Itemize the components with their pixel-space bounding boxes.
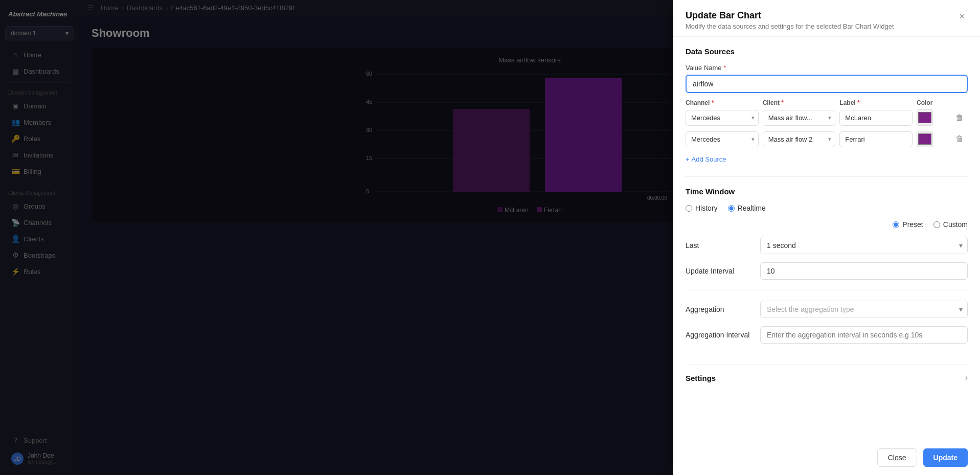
custom-radio-label[interactable]: Custom — [933, 220, 968, 229]
last-select-wrapper: 1 second 5 seconds 10 seconds 30 seconds… — [760, 237, 968, 254]
update-interval-input[interactable] — [760, 262, 968, 280]
settings-chevron-icon: › — [965, 373, 968, 382]
realtime-radio[interactable] — [728, 205, 735, 212]
delete-source-2-button[interactable]: 🗑 — [951, 132, 968, 146]
last-select[interactable]: 1 second 5 seconds 10 seconds 30 seconds… — [760, 237, 968, 254]
aggregation-interval-label: Aggregation Interval — [686, 331, 752, 339]
data-sources-section-title: Data Sources — [686, 47, 968, 56]
realtime-radio-label[interactable]: Realtime — [728, 204, 766, 212]
update-button[interactable]: Update — [923, 448, 968, 467]
aggregation-label: Aggregation — [686, 305, 752, 313]
value-name-input[interactable] — [686, 75, 968, 93]
channel-select-2[interactable]: Mercedes BMW — [686, 131, 759, 147]
modal-header: Update Bar Chart Modify the data sources… — [673, 0, 980, 37]
preset-radio-label[interactable]: Preset — [893, 220, 923, 229]
time-window-title: Time Window — [686, 187, 968, 196]
section-divider-1 — [686, 176, 968, 177]
delete-source-1-button[interactable]: 🗑 — [951, 111, 968, 124]
modal-footer: Close Update — [673, 440, 980, 475]
channel-select-1[interactable]: Mercedes BMW — [686, 110, 759, 126]
modal-subtitle: Modify the data sources and settings for… — [686, 22, 894, 30]
client-select-1[interactable]: Mass air flow... Mass air flow 2 — [763, 110, 836, 126]
time-window-radio-group: History Realtime — [686, 204, 968, 212]
channel-header: Channel * — [686, 99, 759, 106]
label-header: Label * — [839, 99, 913, 106]
aggregation-interval-input[interactable] — [760, 326, 968, 344]
aggregation-interval-row: Aggregation Interval — [686, 326, 968, 344]
sources-table: Channel * Client * Label * Color Mercede… — [686, 99, 968, 147]
color-picker-2[interactable] — [917, 131, 933, 147]
modal-close-button[interactable]: × — [956, 10, 968, 23]
label-input-1[interactable] — [839, 110, 913, 126]
history-radio-label[interactable]: History — [686, 204, 718, 212]
preset-radio[interactable] — [893, 221, 899, 228]
color-picker-1[interactable] — [917, 109, 933, 126]
client-select-2[interactable]: Mass air flow... Mass air flow 2 — [763, 131, 836, 147]
value-name-field-wrapper: Value Name * — [686, 64, 968, 93]
sources-header: Channel * Client * Label * Color — [686, 99, 968, 109]
modal-title: Update Bar Chart — [686, 10, 894, 21]
channel-select-2-wrapper: Mercedes BMW — [686, 131, 759, 147]
client-select-2-wrapper: Mass air flow... Mass air flow 2 — [763, 131, 836, 147]
add-source-button[interactable]: + Add Source — [686, 152, 726, 166]
source-row-1: Mercedes BMW Mass air flow... Mass air f… — [686, 109, 968, 126]
aggregation-section: Aggregation Select the aggregation type … — [686, 301, 968, 344]
last-label: Last — [686, 241, 752, 250]
settings-title: Settings — [686, 374, 716, 382]
modal-update-bar-chart: Update Bar Chart Modify the data sources… — [673, 0, 980, 475]
client-header: Client * — [763, 99, 836, 106]
preset-custom-group: Preset Custom — [686, 220, 968, 229]
value-name-label: Value Name * — [686, 64, 968, 72]
source-row-2: Mercedes BMW Mass air flow... Mass air f… — [686, 131, 968, 147]
time-window-section: Time Window History Realtime Preset — [686, 187, 968, 280]
color-header: Color — [917, 99, 947, 106]
section-divider-3 — [686, 354, 968, 354]
last-row: Last 1 second 5 seconds 10 seconds 30 se… — [686, 237, 968, 254]
settings-row[interactable]: Settings › — [686, 365, 968, 391]
update-interval-row: Update Interval — [686, 262, 968, 280]
modal-body: Data Sources Value Name * Channel * Clie… — [673, 37, 980, 440]
aggregation-select-wrapper: Select the aggregation type Sum Average … — [760, 301, 968, 318]
aggregation-row: Aggregation Select the aggregation type … — [686, 301, 968, 318]
label-input-2[interactable] — [839, 131, 913, 147]
update-interval-label: Update Interval — [686, 267, 752, 275]
custom-radio[interactable] — [933, 221, 940, 228]
channel-select-1-wrapper: Mercedes BMW — [686, 110, 759, 126]
history-radio[interactable] — [686, 205, 692, 212]
plus-icon: + — [686, 155, 690, 163]
close-button[interactable]: Close — [877, 448, 917, 467]
aggregation-select[interactable]: Select the aggregation type Sum Average … — [760, 301, 968, 318]
client-select-1-wrapper: Mass air flow... Mass air flow 2 — [763, 110, 836, 126]
section-divider-2 — [686, 290, 968, 290]
